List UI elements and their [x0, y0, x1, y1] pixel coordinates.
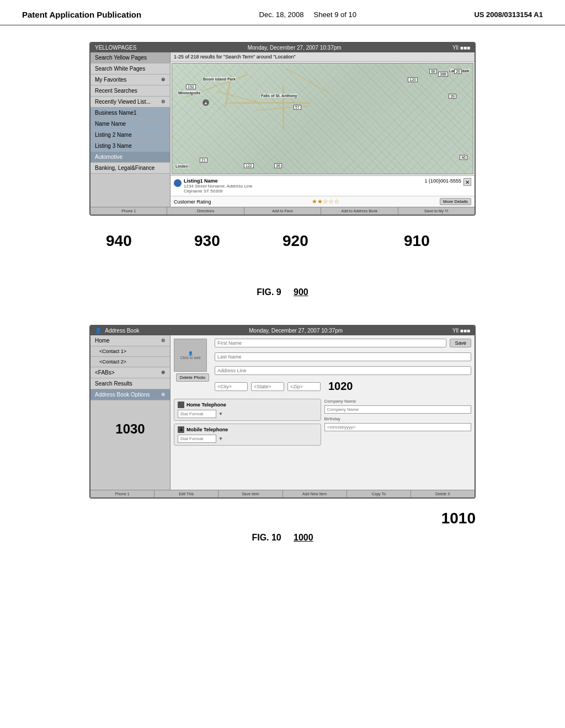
mobile-dial-row: ▼: [178, 435, 317, 443]
favorites-icon: ⊕: [161, 77, 166, 82]
fig10-app-name: 👤 Address Book: [95, 328, 140, 334]
fig10-status-bar: 👤 Address Book Monday, December 27, 2007…: [90, 326, 475, 335]
mobile-dial-arrow: ▼: [218, 436, 223, 441]
footer-btn-add-favs[interactable]: Add to Favs: [244, 207, 321, 215]
photo-section: 👤 Click to add Delete Photo Save: [174, 339, 471, 395]
fig10-ref: 1000: [294, 533, 313, 542]
delete-photo-button[interactable]: Delete Photo: [176, 373, 209, 382]
addrbook-sidebar-home[interactable]: Home ⊜: [90, 335, 170, 346]
address-row: [215, 366, 471, 375]
company-name-field[interactable]: [324, 405, 472, 414]
road-4: [286, 68, 329, 94]
more-details-button[interactable]: More Details: [440, 198, 471, 205]
map-area[interactable]: Lauderdale Minneapolis Boom Island Park …: [172, 63, 473, 174]
map-marker-36: 36: [274, 163, 282, 168]
listing-details: Listing1 Name 1234 Street Noname, Addres…: [184, 178, 422, 194]
fig9-app-name: YELLOWPAGES: [95, 45, 136, 51]
map-marker-26: 26: [454, 69, 462, 74]
footer-btn-directions[interactable]: Directions: [167, 207, 244, 215]
sidebar-item-recent-searches[interactable]: Recent Searches: [90, 85, 170, 97]
address-book-icon: 👤: [95, 328, 102, 334]
phone-sections-row: 📞 Home Telephone ▼ 📱: [174, 399, 471, 448]
home-phone-icon: 📞: [178, 402, 184, 408]
person-icon: 👤: [188, 351, 193, 356]
addrbook-sidebar-contact1[interactable]: <Contact 1>: [90, 346, 170, 357]
mobile-phone-box: 📱 Mobile Telephone ▼: [174, 424, 321, 446]
addrbook-sidebar-options[interactable]: Address Book Options ⊕: [90, 389, 170, 400]
page-header: Patent Application Publication Dec. 18, …: [0, 0, 565, 25]
footer-btn-save-item[interactable]: Save Item: [218, 490, 282, 497]
fig10-section: 👤 Address Book Monday, December 27, 2007…: [33, 325, 532, 543]
click-to-add-label: Click to add: [180, 356, 201, 360]
listing-icon: [174, 179, 182, 187]
footer-btn-phone[interactable]: Phone 1: [90, 207, 167, 215]
sidebar-item-banking[interactable]: Banking, Legal&Finance: [90, 163, 170, 174]
patent-number: US 2008/0313154 A1: [474, 10, 543, 19]
main-content: YELLOWPAGES Monday, December 27, 2007 10…: [0, 25, 565, 565]
state-field[interactable]: [251, 382, 284, 391]
map-label-falls: Falls of St. Anthony: [260, 94, 297, 98]
label-930: 930: [194, 232, 220, 250]
label-920: 920: [282, 232, 308, 250]
footer-btn-delete[interactable]: Delete X: [411, 490, 475, 497]
photo-area[interactable]: 👤 Click to add: [174, 339, 207, 372]
birthday-field[interactable]: [324, 423, 472, 431]
footer-btn-edit[interactable]: Edit This: [154, 490, 218, 497]
last-name-row: [215, 352, 471, 361]
sidebar-item-recently-viewed[interactable]: Recently Viewed List... ⊜: [90, 97, 170, 108]
options-icon: ⊕: [161, 392, 166, 397]
footer-btn-add-address[interactable]: Add to Address Book: [321, 207, 398, 215]
sidebar-item-search-white[interactable]: Search White Pages: [90, 63, 170, 74]
first-name-field[interactable]: [215, 339, 446, 347]
company-name-row: Company Name: [324, 399, 472, 414]
name-fields: Save: [215, 339, 471, 395]
sidebar-item-favorites[interactable]: My Favorites ⊕: [90, 74, 170, 85]
last-name-field[interactable]: [215, 352, 471, 361]
listing-row: Listing1 Name 1234 Street Noname, Addres…: [170, 175, 475, 196]
sidebar-item-name-name[interactable]: Name Name: [90, 119, 170, 130]
road-7: [227, 102, 310, 104]
fig9-phone-body: Search Yellow Pages Search White Pages M…: [90, 52, 475, 207]
zip-field[interactable]: [287, 382, 321, 391]
footer-btn-add-new[interactable]: Add New Item: [283, 490, 347, 497]
close-icon[interactable]: ✕: [463, 178, 471, 186]
results-bar: 1-25 of 218 results for "Search Term" ar…: [170, 52, 475, 62]
map-marker-triangle: ▲: [202, 99, 209, 106]
label-1010-container: 1010: [89, 510, 476, 527]
sidebar-item-automotive[interactable]: Automotive: [90, 152, 170, 163]
map-marker-120: 120: [408, 77, 418, 82]
addrbook-sidebar-fabs[interactable]: <FABs> ⊕: [90, 367, 170, 378]
sidebar-item-business-name1[interactable]: Business Name1: [90, 108, 170, 119]
fig9-status-bar: YELLOWPAGES Monday, December 27, 2007 10…: [90, 43, 475, 52]
home-phone-label: Home Telephone: [186, 402, 226, 408]
home-dial-arrow: ▼: [218, 411, 223, 416]
map-label-minneapolis: Minneapolis: [178, 91, 201, 95]
fig9-phone-ui: YELLOWPAGES Monday, December 27, 2007 10…: [89, 42, 476, 216]
save-button[interactable]: Save: [450, 339, 471, 347]
home-dial-format-field[interactable]: [178, 410, 216, 418]
footer-btn-copy[interactable]: Copy To: [347, 490, 411, 497]
label-1010: 1010: [441, 510, 476, 527]
fig9-datetime: Monday, December 27, 2007 10:37pm: [248, 45, 342, 51]
mobile-dial-format-field[interactable]: [178, 435, 216, 443]
fig10-number: FIG. 10: [252, 533, 281, 542]
addrbook-sidebar-contact2[interactable]: <Contact 2>: [90, 357, 170, 367]
city-state-zip-row: 1020: [215, 380, 471, 393]
label-910: 910: [404, 232, 430, 250]
city-field[interactable]: [215, 382, 248, 391]
fig9-number: FIG. 9: [257, 287, 281, 297]
addrbook-sidebar-search[interactable]: Search Results: [90, 378, 170, 389]
sidebar-item-listing3[interactable]: Listing 3 Name: [90, 141, 170, 152]
fig10-form: 👤 Click to add Delete Photo Save: [170, 335, 475, 490]
label-1020: 1020: [328, 380, 353, 393]
sidebar-item-listing2[interactable]: Listing 2 Name: [90, 130, 170, 141]
map-marker-122: 122: [244, 163, 254, 168]
company-birthday-section: Company Name Birthday: [324, 399, 472, 448]
address-field[interactable]: [215, 366, 471, 375]
listing-name: Listing1 Name: [184, 178, 422, 184]
footer-btn-phone1[interactable]: Phone 1: [90, 490, 154, 497]
sidebar-item-search-yellow[interactable]: Search Yellow Pages: [90, 52, 170, 63]
map-marker-388: 388: [438, 72, 448, 77]
footer-btn-save[interactable]: Save to My Y!: [398, 207, 475, 215]
road-2: [217, 91, 260, 104]
